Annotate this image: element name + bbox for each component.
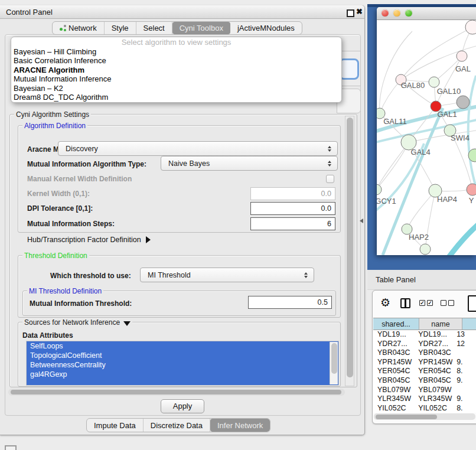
mi-threshold-definition-title: MI Threshold Definition [27,287,103,295]
column-header-name[interactable]: name [419,318,462,330]
tab-style[interactable]: Style [105,22,136,34]
algorithm-dropdown-popup: Select algorithm to view settings Bayesi… [11,37,342,103]
mi-algorithm-type-combobox[interactable]: Naive Bayes [161,156,338,171]
tab-impute-data[interactable]: Impute Data [87,419,144,432]
close-traffic-light[interactable] [382,9,389,17]
data-attributes-list[interactable]: SelfLoopsTopologicalCoefficientBetweenne… [26,341,339,386]
threshold-definition-title: Threshold Definition [22,252,89,260]
tab-jactivemnodules[interactable]: jActiveMNodules [230,22,302,34]
table-panel-title: Table Panel [376,275,416,284]
cyni-settings-group-title: Cyni Algorithm Settings [14,110,91,119]
dpi-tolerance-field[interactable]: 0.0 [250,202,335,215]
node-unlabeled[interactable] [457,96,470,109]
attribute-selfloops[interactable]: SelfLoops [27,341,338,351]
sources-title-text: Sources for Network Inference [24,318,120,327]
table-row[interactable]: YDR27...YDR27...12 [373,340,476,349]
attributes-scrollbar[interactable] [330,342,338,384]
settings-horizontal-scrollbar[interactable] [8,389,345,396]
checked-column-icon[interactable]: ✓ [419,300,425,306]
algorithm-option-dream8-dc-tdc-algorithm[interactable]: Dream8 DC_TDC Algorithm [11,93,341,102]
node-gal10[interactable] [429,77,439,87]
tab-cyni-toolbox[interactable]: Cyni Toolbox [172,22,230,34]
aracne-mode-value: Discovery [66,145,98,153]
column-header-3[interactable] [462,318,476,330]
table-cell: YLR345W [373,394,414,404]
algorithm-option-basic-correlation-inference[interactable]: Basic Correlation Inference [11,56,341,65]
table-row[interactable]: YER054CYER054C8. [373,367,476,376]
table-cell: YBL079W [414,386,452,395]
spinner-arrows-icon [304,272,308,278]
apply-button[interactable]: Apply [161,399,204,413]
tab-network[interactable]: Network [53,22,105,34]
manual-kernel-width-checkbox[interactable] [326,175,334,183]
mi-threshold-field[interactable]: 0.5 [248,296,332,309]
tab-discretize-data[interactable]: Discretize Data [144,419,210,432]
node-label-swi4: SWI4 [451,133,470,142]
attribute-topologicalcoefficient[interactable]: TopologicalCoefficient [27,351,338,360]
unchecked-column-icon[interactable] [448,300,454,306]
mi-algorithm-type-label: Mutual Information Algorithm Type: [27,160,146,168]
checked-column-icon[interactable]: ✓ [427,300,433,306]
sources-group-title[interactable]: Sources for Network Inference [22,318,132,327]
algorithm-option-bayesian-hill-climbing[interactable]: Bayesian – Hill Climbing [11,47,341,56]
algorithm-option-mutual-information-inference[interactable]: Mutual Information Inference [11,74,341,83]
node-label-y: Y [469,196,474,205]
table-row[interactable]: YIL052CYIL052C8. [373,404,476,413]
split-columns-icon[interactable] [400,298,410,308]
network-window-titlebar[interactable] [377,7,476,20]
table-rows: YDL19...YDL19...13YDR27...YDR27...12YBR0… [373,330,476,413]
table-cell: YDL19... [373,330,414,340]
hub-tf-definition-label: Hub/Transcription Factor Definition [27,236,141,244]
document-icon[interactable] [468,295,476,312]
unchecked-column-icon[interactable] [441,300,446,306]
aracne-mode-combobox[interactable]: Discovery [58,141,338,156]
table-row[interactable]: YBR045CYBR045C9. [373,376,476,386]
node-gcy1[interactable] [377,184,382,195]
expanded-arrow-icon [123,321,131,326]
table-row[interactable]: YBL079WYBL079W [373,386,476,395]
node-label-gal10: GAL10 [437,87,461,96]
mi-steps-field[interactable]: 6 [250,217,335,230]
attributes-scrollbar-thumb[interactable] [331,343,337,374]
kernel-width-field[interactable]: 0.0 [250,187,335,200]
table-horizontal-scrollbar-thumb[interactable] [376,415,437,419]
algorithm-option-bayesian-k2[interactable]: Bayesian – K2 [11,84,341,93]
settings-vertical-scrollbar[interactable] [345,116,354,386]
attribute-partial[interactable] [27,379,338,386]
node-gal[interactable] [457,51,467,61]
float-window-icon[interactable] [347,9,354,17]
settings-vertical-scrollbar-thumb[interactable] [347,118,353,377]
minimize-traffic-light[interactable] [393,9,400,17]
table-cell: YIL052C [414,404,452,413]
tab-infer-network[interactable]: Infer Network [210,419,270,432]
data-attributes-items: SelfLoopsTopologicalCoefficientBetweenne… [27,341,338,386]
tab-select[interactable]: Select [136,22,172,34]
bottom-tabs: Impute DataDiscretize DataInfer Network [86,418,270,432]
node-unlabeled[interactable] [465,20,476,34]
table-row[interactable]: YBR043CYBR043C [373,348,476,358]
which-threshold-value: MI Threshold [148,271,191,279]
splitter-collapse-arrow[interactable] [360,219,363,223]
zoom-traffic-light[interactable] [405,9,412,17]
which-threshold-combobox[interactable]: MI Threshold [140,268,314,282]
algorithm-option-aracne-algorithm[interactable]: ARACNE Algorithm [11,66,341,74]
attribute-gal4rgexp[interactable]: gal4RGexp [27,370,338,379]
node-label-hap4: HAP4 [437,195,457,204]
network-canvas[interactable]: GALGAL80GAL10GAL1GAL11SWI4GAL4GCY1HAP4YH… [377,19,476,255]
node-unlabeled[interactable] [420,244,431,255]
occluded-focused-combobox-fragment[interactable] [339,58,359,80]
node-y[interactable] [467,184,476,195]
table-row[interactable]: YLR345WYLR345W9. [373,394,476,404]
close-icon[interactable]: ✖ [356,7,363,16]
table-row[interactable]: YPR145WYPR145W9. [373,358,476,367]
table-horizontal-scrollbar[interactable] [374,413,475,420]
application-window: Control Panel ✖ NetworkStyleSelectCyni T… [0,0,476,450]
table-row[interactable]: YDL19...YDL19...13 [373,330,476,340]
control-panel-titlebar[interactable] [0,5,364,19]
gear-icon[interactable]: ⚙ [380,296,390,309]
settings-horizontal-scrollbar-thumb[interactable] [11,390,341,394]
column-header-shared[interactable]: shared... [373,318,419,330]
mi-steps-label: Mutual Information Steps: [27,220,115,228]
attribute-betweennesscentrality[interactable]: BetweennessCentrality [27,360,338,370]
hub-tf-definition-toggle[interactable]: Hub/Transcription Factor Definition [27,236,151,244]
